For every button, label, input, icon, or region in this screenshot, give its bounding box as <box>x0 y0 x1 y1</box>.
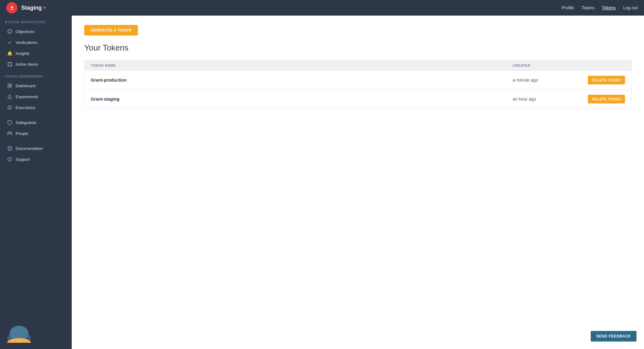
app-logo <box>6 2 17 13</box>
square-icon <box>7 61 12 67</box>
shield-icon <box>7 120 12 125</box>
logout-link[interactable]: Log out <box>623 5 638 10</box>
send-feedback-button[interactable]: SEND FEEDBACK <box>591 331 637 342</box>
svg-marker-6 <box>8 95 12 98</box>
svg-point-8 <box>9 107 10 108</box>
svg-text:?: ? <box>9 158 11 161</box>
sidebar-item-support[interactable]: ? Support <box>2 154 70 165</box>
token-action-1: DELETE TOKEN <box>575 95 625 103</box>
sidebar-label-safeguards: Safeguards <box>16 120 36 125</box>
sidebar-section-chaos-engineering: Chaos Engineering Dashboard <box>0 70 72 113</box>
top-navigation: Staging ▾ Profile Teams Tokens Log out <box>0 0 644 16</box>
svg-point-9 <box>8 132 10 134</box>
sidebar-item-action-items[interactable]: Action Items <box>2 59 70 69</box>
sidebar-section-misc: Safeguards People <box>0 117 72 139</box>
column-header-action <box>575 64 625 67</box>
sidebar-item-executions[interactable]: Executions <box>2 102 70 113</box>
svg-rect-3 <box>10 84 12 85</box>
chevron-down-icon: ▾ <box>44 6 46 10</box>
svg-point-7 <box>8 106 12 109</box>
delete-token-button-0[interactable]: DELETE TOKEN <box>588 76 625 84</box>
bell-icon: 🔔 <box>7 50 12 56</box>
token-action-0: DELETE TOKEN <box>575 76 625 84</box>
svg-rect-4 <box>7 86 9 88</box>
teams-link[interactable]: Teams <box>582 5 594 10</box>
sidebar-label-objectives: Objectives <box>16 29 35 34</box>
sidebar-item-documentation[interactable]: Documentation <box>2 143 70 154</box>
sidebar-label-action-items: Action Items <box>16 62 38 67</box>
experiments-icon <box>7 94 12 99</box>
tokens-table: TOKEN NAME CREATED Grant-production a mi… <box>84 60 632 109</box>
main-content: GENERATE A TOKEN Your Tokens TOKEN NAME … <box>72 16 644 349</box>
top-nav-links: Profile Teams Tokens Log out <box>562 5 638 10</box>
sidebar-section-resources: Documentation ? Support <box>0 143 72 165</box>
sidebar-item-verifications[interactable]: ✔ Verifications <box>2 37 70 48</box>
svg-point-10 <box>10 132 12 134</box>
column-header-created: CREATED <box>513 64 575 67</box>
sidebar-item-dashboard[interactable]: Dashboard <box>2 80 70 91</box>
tokens-link[interactable]: Tokens <box>602 5 616 10</box>
executions-icon <box>7 105 12 110</box>
sidebar-section-label-chaos: Chaos Engineering <box>0 70 72 80</box>
svg-rect-5 <box>10 86 12 88</box>
profile-link[interactable]: Profile <box>562 5 574 10</box>
sidebar-label-executions: Executions <box>16 105 36 110</box>
sidebar-label-experiments: Experiments <box>16 94 38 99</box>
token-created-1: an hour ago <box>513 97 575 102</box>
sidebar-label-documentation: Documentation <box>16 146 43 151</box>
dashboard-icon <box>7 83 12 88</box>
generate-token-button[interactable]: GENERATE A TOKEN <box>84 25 138 36</box>
svg-rect-2 <box>7 84 9 85</box>
sidebar-item-insights[interactable]: 🔔 Insights <box>2 48 70 59</box>
column-header-name: TOKEN NAME <box>91 64 513 67</box>
app-title: Staging ▾ <box>21 5 46 11</box>
check-icon: ✔ <box>7 40 12 45</box>
sidebar-label-dashboard: Dashboard <box>16 84 36 88</box>
sidebar-label-insights: Insights <box>16 51 30 56</box>
sidebar-item-people[interactable]: People <box>2 128 70 139</box>
table-row: Grant-production a minute ago DELETE TOK… <box>85 70 631 89</box>
support-icon: ? <box>7 156 12 162</box>
table-header: TOKEN NAME CREATED <box>85 60 631 70</box>
sidebar-item-objectives[interactable]: Objectives <box>2 26 70 37</box>
people-icon <box>7 131 12 136</box>
table-row: Grant-staging an hour ago DELETE TOKEN <box>85 89 631 108</box>
sidebar-section-system-verification: System Verification Objectives ✔ Verific… <box>0 16 72 70</box>
token-name-1: Grant-staging <box>91 97 513 102</box>
sidebar-label-people: People <box>16 131 28 136</box>
doc-icon <box>7 146 12 151</box>
sidebar-section-label-system: System Verification <box>0 16 72 26</box>
sidebar: System Verification Objectives ✔ Verific… <box>0 16 72 349</box>
sidebar-item-safeguards[interactable]: Safeguards <box>2 117 70 128</box>
sidebar-bottom-illustration <box>0 316 72 349</box>
token-name-0: Grant-production <box>91 78 513 83</box>
token-created-0: a minute ago <box>513 78 575 83</box>
sidebar-label-verifications: Verifications <box>16 40 37 45</box>
circle-icon <box>7 29 12 34</box>
delete-token-button-1[interactable]: DELETE TOKEN <box>588 95 625 103</box>
sidebar-label-support: Support <box>16 157 30 162</box>
sidebar-item-experiments[interactable]: Experiments <box>2 91 70 102</box>
svg-point-1 <box>11 6 13 8</box>
page-title: Your Tokens <box>84 43 632 53</box>
